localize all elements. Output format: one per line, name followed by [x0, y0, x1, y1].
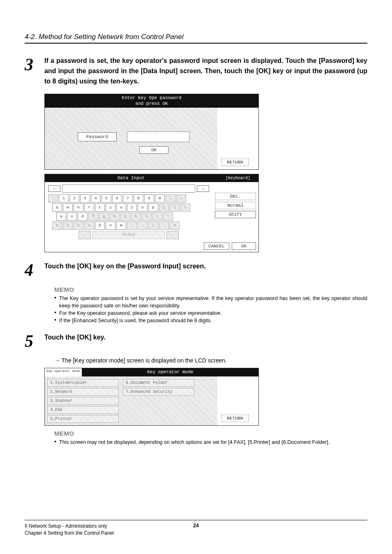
kbd-key[interactable]: ]: [170, 203, 180, 212]
kbd-key[interactable]: 0: [155, 194, 165, 203]
password-field[interactable]: [127, 132, 189, 142]
step-5-result: → The [Key operator mode] screen is disp…: [54, 357, 367, 364]
kbd-blank-left: [78, 231, 91, 239]
kbd-key[interactable]: a: [56, 212, 66, 221]
pwd-title-line2: and press OK: [135, 101, 168, 106]
kbd-key[interactable]: =: [176, 194, 186, 203]
memo-5-head: MEMO: [54, 430, 367, 437]
kbd-key[interactable]: k: [131, 212, 141, 221]
kbd-key[interactable]: 5: [101, 194, 111, 203]
kop-item[interactable]: 2.Network: [47, 388, 119, 396]
kbd-key[interactable]: y: [106, 203, 115, 212]
kbd-key[interactable]: e: [74, 203, 83, 212]
pwd-title-line1: Enter Key Ope password: [122, 95, 181, 100]
kbd-key[interactable]: r: [84, 203, 94, 212]
kbd-key[interactable]: #: [170, 222, 180, 230]
step-5-number: 5: [25, 332, 44, 350]
kbd-key[interactable]: m: [116, 222, 126, 230]
kbd-key[interactable]: o: [138, 203, 148, 212]
kbd-del[interactable]: DEL.: [215, 193, 256, 200]
memo-item: The Key operator password is set by your…: [54, 295, 367, 309]
kbd-key[interactable]: ,: [127, 222, 137, 230]
kop-corner: Key operator mode: [45, 368, 82, 376]
kbd-right-arrow[interactable]: →: [197, 185, 209, 192]
kbd-key[interactable]: g: [99, 212, 109, 221]
kbd-key[interactable]: b: [95, 222, 105, 230]
kbd-key[interactable]: [: [159, 203, 169, 212]
pwd-return-button[interactable]: RETURN: [221, 159, 249, 166]
kbd-title: Data Input: [45, 174, 217, 182]
kbd-key[interactable]: -: [166, 194, 175, 203]
kop-item[interactable]: 3.Scanner: [47, 397, 119, 405]
step-3-text: If a password is set, the key operator's…: [44, 56, 367, 86]
memo-4-list: The Key operator password is set by your…: [54, 295, 367, 325]
kbd-key[interactable]: q: [52, 203, 62, 212]
step-5-text: Touch the [OK] key.: [44, 332, 367, 343]
kbd-key[interactable]: 9: [144, 194, 154, 203]
kop-item[interactable]: 7.Enhanced Security: [123, 388, 194, 396]
kbd-key[interactable]: 7: [123, 194, 133, 203]
kbd-key[interactable]: x: [63, 222, 73, 230]
kbd-key[interactable]: s: [67, 212, 77, 221]
kbd-key[interactable]: .: [138, 222, 148, 230]
kop-left-col: 1.System/copier2.Network3.Scanner4.FAX5.…: [47, 379, 119, 423]
kbd-key[interactable]: [159, 222, 169, 230]
kop-item[interactable]: 5.Printer: [47, 415, 119, 423]
memo-4-head: MEMO: [54, 286, 367, 293]
kbd-key[interactable]: i: [127, 203, 137, 212]
kbd-key[interactable]: 2: [69, 194, 79, 203]
keyboard-panel: Data Input [Keyboard] ← → `1234567890-= …: [44, 174, 259, 252]
kbd-key[interactable]: /: [148, 222, 158, 230]
kbd-key[interactable]: \: [180, 203, 190, 212]
step-3-number: 3: [25, 56, 44, 73]
kbd-key[interactable]: n: [106, 222, 115, 230]
kbd-key[interactable]: c: [74, 222, 83, 230]
kbd-key[interactable]: v: [84, 222, 94, 230]
kbd-key[interactable]: 8: [134, 194, 143, 203]
kbd-ok[interactable]: OK: [232, 242, 256, 250]
kbd-key[interactable]: j: [120, 212, 130, 221]
kop-title: Key operator mode: [82, 368, 258, 376]
kbd-key[interactable]: u: [116, 203, 126, 212]
page-number: 24: [25, 523, 367, 529]
kbd-normal[interactable]: Normal: [215, 202, 256, 209]
password-panel: Enter Key Ope password and press OK Pass…: [44, 94, 259, 169]
kop-item[interactable]: 1.System/copier: [47, 379, 119, 387]
kbd-key[interactable]: 6: [112, 194, 122, 203]
kop-item[interactable]: 6.Document Folder: [123, 379, 194, 387]
kop-item[interactable]: 4.FAX: [47, 406, 119, 414]
kbd-key[interactable]: ;: [152, 212, 162, 221]
kbd-left-arrow[interactable]: ←: [48, 185, 60, 192]
kbd-cancel[interactable]: CANCEL: [204, 242, 229, 250]
kbd-key[interactable]: `: [48, 194, 58, 203]
kbd-corner: [Keyboard]: [217, 174, 258, 182]
kbd-shift[interactable]: Shift: [215, 211, 256, 218]
kbd-key[interactable]: ': [163, 212, 173, 221]
kbd-key[interactable]: f: [88, 212, 98, 221]
kbd-row-4: zxcvbnm,./#: [52, 222, 209, 230]
kbd-row-1: `1234567890-=: [48, 194, 209, 203]
memo-5-list: This screen may not be displayed, depend…: [54, 439, 367, 446]
kbd-key[interactable]: 4: [91, 194, 101, 203]
kop-return-button[interactable]: RETURN: [221, 415, 249, 422]
section-title: 4-2. Method for Setting Network from Con…: [25, 33, 367, 44]
step-4-text: Touch the [OK] key on the [Password Inpu…: [44, 261, 367, 272]
kop-right-col: 6.Document Folder7.Enhanced Security: [123, 379, 194, 423]
kbd-input-field[interactable]: [62, 185, 195, 193]
kbd-key[interactable]: d: [78, 212, 88, 221]
kbd-key[interactable]: h: [110, 212, 120, 221]
password-button[interactable]: Password: [78, 132, 117, 141]
kbd-key[interactable]: z: [52, 222, 62, 230]
kbd-key[interactable]: l: [142, 212, 152, 221]
kbd-key[interactable]: 3: [80, 194, 90, 203]
password-panel-title: Enter Key Ope password and press OK: [45, 94, 258, 107]
memo-item: For the Key operator password, please as…: [54, 309, 367, 317]
kbd-space[interactable]: SPACE: [92, 231, 165, 239]
kbd-key[interactable]: w: [63, 203, 73, 212]
pwd-ok-button[interactable]: OK: [139, 146, 168, 154]
memo-item: If the [Enhanced Security] is used, the …: [54, 317, 367, 324]
kbd-key[interactable]: t: [95, 203, 105, 212]
kbd-key[interactable]: 1: [59, 194, 69, 203]
page-footer: 24 II Network Setup - Administrators onl…: [25, 520, 367, 537]
kbd-key[interactable]: p: [148, 203, 158, 212]
